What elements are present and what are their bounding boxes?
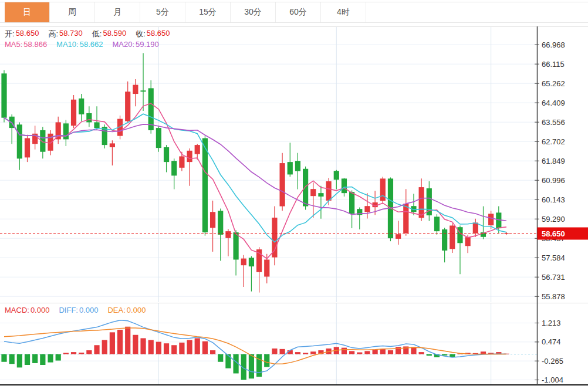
macd-bar xyxy=(133,335,138,354)
candle xyxy=(473,219,478,237)
macd-bar xyxy=(373,350,378,354)
price-tick-label: 63.556 xyxy=(542,118,565,127)
macd-tick-label: -1.004 xyxy=(542,376,563,384)
macd-bar xyxy=(388,350,393,354)
tab-60分[interactable]: 60分 xyxy=(276,2,321,22)
dea-line xyxy=(4,328,506,364)
candle xyxy=(380,177,386,204)
candle xyxy=(156,126,161,151)
tab-4时[interactable]: 4时 xyxy=(321,2,366,22)
candle xyxy=(225,229,231,256)
candle xyxy=(195,144,200,160)
macd-bar xyxy=(148,340,154,354)
candle xyxy=(442,228,447,262)
macd-bar xyxy=(86,350,92,354)
candle xyxy=(71,95,76,128)
candle xyxy=(288,143,293,177)
macd-tick-label: -0.265 xyxy=(542,357,563,366)
candle xyxy=(318,186,323,219)
candle xyxy=(403,189,408,236)
macd-bar xyxy=(17,354,22,368)
tab-日[interactable]: 日 xyxy=(5,2,50,22)
candle xyxy=(102,124,107,148)
macd-bar xyxy=(357,353,362,354)
price-tick-label: 64.409 xyxy=(542,99,565,107)
macd-bar xyxy=(102,340,107,354)
macd-bar xyxy=(140,338,146,354)
candle xyxy=(94,106,99,130)
macd-bar xyxy=(202,341,208,354)
diff-line xyxy=(4,320,506,373)
macd-bar xyxy=(32,354,38,363)
candle xyxy=(334,170,339,190)
ma5-line xyxy=(4,103,506,259)
price-tick-label: 66.115 xyxy=(542,60,565,69)
macd-tick-label: 1.213 xyxy=(542,319,561,327)
macd-bar xyxy=(1,354,6,362)
macd-tick-label: 0.474 xyxy=(542,337,561,346)
macd-bar xyxy=(25,354,30,365)
macd-bar xyxy=(450,354,455,357)
macd-bar xyxy=(411,347,416,354)
macd-bar xyxy=(427,354,432,356)
price-tick-label: 56.731 xyxy=(542,273,565,282)
macd-bar xyxy=(349,351,354,354)
interval-tabbar: 日周月5分15分30分60分4时 xyxy=(0,2,588,23)
macd-bar xyxy=(187,340,192,354)
candle xyxy=(427,181,432,221)
macd-bar xyxy=(156,342,161,354)
price-tick-label: 66.968 xyxy=(542,40,565,49)
macd-bar xyxy=(179,343,184,354)
candle xyxy=(481,207,486,239)
candle xyxy=(148,80,154,134)
price-tick-label: 55.878 xyxy=(542,292,565,301)
macd-bar xyxy=(210,350,215,354)
tab-15分[interactable]: 15分 xyxy=(185,2,231,22)
macd-bar xyxy=(295,352,300,354)
candle xyxy=(164,145,169,172)
candle xyxy=(79,94,84,121)
candle xyxy=(295,153,300,190)
macd-bar xyxy=(303,353,308,354)
candle xyxy=(9,114,15,144)
macd-panel[interactable] xyxy=(0,320,537,380)
candle xyxy=(310,182,316,218)
macd-bar xyxy=(9,354,15,364)
price-tick-label: 57.584 xyxy=(542,253,565,262)
candle xyxy=(171,158,177,189)
candle xyxy=(241,255,246,287)
candle xyxy=(450,224,455,253)
macd-bar xyxy=(40,354,45,365)
macd-bar xyxy=(225,354,231,368)
candle xyxy=(218,208,223,261)
macd-bar xyxy=(218,354,223,362)
candle xyxy=(63,120,69,146)
price-panel[interactable] xyxy=(1,53,509,292)
candle xyxy=(249,256,254,292)
price-tick-label: 65.262 xyxy=(542,79,565,88)
macd-bar xyxy=(125,327,130,354)
macd-bar xyxy=(94,345,99,354)
macd-bar xyxy=(264,354,269,367)
candle xyxy=(233,230,238,275)
macd-bar xyxy=(364,351,370,354)
macd-bar xyxy=(419,352,424,354)
ma10-line xyxy=(4,114,506,242)
macd-bar xyxy=(442,354,447,356)
tab-周[interactable]: 周 xyxy=(50,2,95,22)
candle xyxy=(434,214,440,235)
kline-chart[interactable]: 66.96866.11565.26264.40963.55662.70261.8… xyxy=(0,0,588,389)
current-price-value: 58.650 xyxy=(542,229,565,238)
macd-bar xyxy=(249,354,254,379)
macd-bar xyxy=(256,354,262,377)
tab-月[interactable]: 月 xyxy=(95,2,140,22)
candle xyxy=(349,190,354,228)
tab-30分[interactable]: 30分 xyxy=(231,2,276,22)
candle xyxy=(17,122,22,170)
candle xyxy=(1,70,6,122)
candle xyxy=(210,201,215,252)
price-tick-label: 61.849 xyxy=(542,157,565,165)
macd-bar xyxy=(342,348,347,354)
macd-bar xyxy=(195,338,200,354)
tab-5分[interactable]: 5分 xyxy=(140,2,185,22)
